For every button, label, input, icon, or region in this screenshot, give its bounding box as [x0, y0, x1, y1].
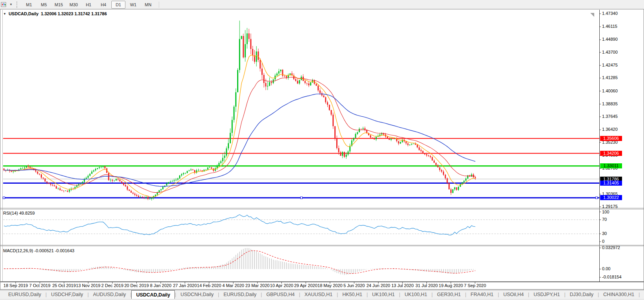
candle-body	[116, 179, 117, 181]
chart-tab-china300-h1[interactable]: CHINA300,H1	[599, 290, 639, 299]
chart-tab-usdjpy-h1[interactable]: USDJPY,H1	[529, 290, 564, 299]
candle-body	[329, 105, 330, 110]
candle-body	[460, 184, 461, 187]
candle-body	[91, 172, 93, 174]
candle-body	[131, 191, 132, 193]
chart-tab-fra40-h1[interactable]: FRA40,H1	[466, 290, 498, 299]
mt4-terminal: ▼ M1M5M15M30H1H4D1W1MN ▼ USDCAD,Daily 1.…	[0, 0, 644, 300]
candle-body	[348, 152, 349, 155]
candle-body	[331, 110, 332, 115]
candle-body	[37, 172, 38, 174]
candle-body	[263, 75, 265, 83]
candle-body	[123, 183, 124, 185]
candle-body	[140, 197, 141, 197]
candle-body	[249, 33, 250, 39]
candle-body	[305, 81, 306, 83]
candle-body	[95, 169, 96, 170]
chart-tab-usoil-h4[interactable]: USOil,H4	[499, 290, 528, 299]
candle-body	[192, 170, 193, 170]
candle-body	[261, 69, 263, 75]
candle-body	[110, 180, 111, 180]
candle-body	[411, 144, 412, 145]
candle-body	[43, 177, 44, 178]
candle-body	[405, 141, 406, 143]
candle-body	[325, 97, 326, 102]
chart-tab-ger30-h1[interactable]: GER30,H1	[433, 290, 465, 299]
candle-body	[48, 183, 49, 184]
chart-tab-usoil-h1[interactable]: USOil,H1	[640, 290, 644, 299]
candle-body	[250, 39, 251, 49]
candle-body	[29, 167, 31, 168]
candle-body	[286, 76, 287, 78]
candle-body	[200, 170, 201, 170]
candle-body	[125, 185, 126, 186]
candle-body	[381, 134, 382, 135]
candle-body	[162, 187, 163, 189]
candle-body	[222, 158, 223, 161]
candle-body	[267, 86, 268, 87]
candle-body	[189, 170, 190, 171]
candle-body	[26, 166, 27, 168]
candle-body	[450, 189, 452, 193]
candle-body	[127, 186, 128, 190]
candle-body	[112, 180, 113, 181]
candle-body	[118, 179, 119, 179]
candle-body	[217, 166, 218, 168]
candle-body	[99, 167, 100, 168]
candle-body	[458, 187, 459, 190]
ma-medium-line	[4, 77, 475, 193]
chart-tab-hk50-h1[interactable]: HK50,H1	[338, 290, 366, 299]
candle-body	[353, 138, 354, 141]
candle-body	[400, 142, 401, 144]
chart-tab-eurusd-daily[interactable]: EURUSD,Daily	[4, 290, 45, 299]
candle-body	[205, 170, 207, 170]
candle-body	[446, 178, 448, 183]
chart-tab-uk100-h1[interactable]: UK100,H1	[400, 290, 432, 299]
chart-tab-gbpusd-h4[interactable]: GBPUSD,H4	[262, 290, 299, 299]
chart-canvas[interactable]	[0, 0, 644, 300]
candle-body	[185, 173, 186, 173]
chart-tab-xauusd-h1[interactable]: XAUUSD,H1	[300, 290, 337, 299]
chart-tab-usdcnh-daily[interactable]: USDCNH,Daily	[176, 290, 218, 299]
candle-body	[247, 33, 248, 44]
chart-tab-uk100-h1[interactable]: UK100,H1	[368, 290, 399, 299]
candle-body	[39, 174, 40, 175]
candle-body	[170, 182, 171, 182]
candle-body	[276, 74, 278, 76]
hline-handle[interactable]	[3, 197, 5, 199]
candle-body	[278, 71, 279, 74]
candle-body	[392, 139, 394, 139]
candle-body	[428, 155, 429, 156]
candle-body	[282, 70, 283, 76]
candle-body	[114, 181, 115, 181]
chart-tab-audusd-daily[interactable]: AUDUSD,Daily	[89, 290, 130, 299]
candle-body	[147, 197, 149, 199]
candle-body	[363, 128, 364, 129]
candle-body	[452, 189, 454, 193]
chart-tab-usdchf-daily[interactable]: USDCHF,Daily	[47, 290, 87, 299]
candle-body	[121, 181, 122, 183]
candle-body	[157, 192, 158, 194]
candle-body	[230, 133, 231, 143]
chart-tab-usdcad-daily[interactable]: USDCAD,Daily	[131, 290, 175, 299]
candle-body	[269, 82, 270, 86]
candle-body	[245, 44, 246, 58]
hline-handle[interactable]	[596, 197, 598, 199]
candle-body	[198, 170, 199, 170]
candle-body	[462, 182, 463, 184]
candle-body	[142, 197, 143, 197]
candle-body	[370, 135, 371, 137]
candle-body	[168, 182, 169, 184]
candle-body	[448, 183, 450, 189]
chart-tab-dj30-daily[interactable]: DJ30,Daily	[566, 290, 598, 299]
candle-body	[421, 150, 422, 151]
candle-body	[132, 193, 134, 193]
candle-body	[357, 132, 358, 134]
candle-body	[24, 168, 25, 168]
candle-body	[437, 165, 439, 168]
candle-body	[422, 151, 423, 153]
candle-body	[334, 126, 336, 138]
candle-body	[417, 145, 418, 148]
hline-handle[interactable]	[301, 197, 303, 199]
chart-tab-eurusd-daily[interactable]: EURUSD,Daily	[219, 290, 261, 299]
